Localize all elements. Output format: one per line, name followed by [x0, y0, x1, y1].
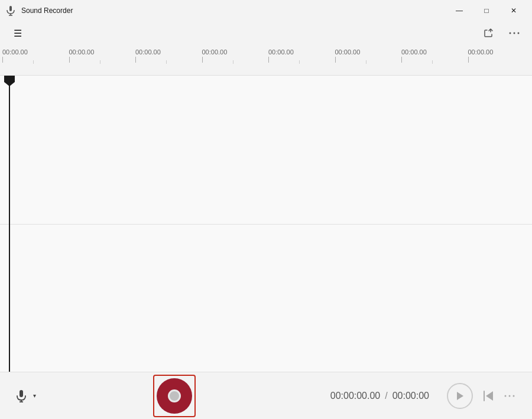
more-button-bottom[interactable]	[499, 385, 520, 407]
svg-point-5	[518, 33, 520, 34]
tick-minor-1	[100, 60, 100, 64]
playhead-handle	[4, 76, 15, 86]
tick-minor-5	[366, 60, 366, 64]
timeline-label-1: 00:00.00	[69, 48, 95, 56]
menu-left: ☰	[7, 22, 28, 44]
svg-rect-6	[20, 390, 23, 397]
tick-major-0	[2, 57, 3, 63]
svg-rect-0	[9, 6, 12, 11]
tick-major-2	[135, 57, 136, 63]
share-icon	[483, 28, 494, 38]
svg-marker-11	[486, 391, 493, 401]
tick-minor-4	[299, 60, 300, 64]
timeline-mark-0: 00:00.00	[0, 48, 67, 63]
timeline-label-6: 00:00.00	[401, 48, 427, 56]
tick-major-3	[202, 57, 203, 63]
window-title: Sound Recorder	[21, 7, 446, 15]
tick-minor-2	[166, 60, 167, 64]
tick-major-6	[401, 57, 402, 63]
record-inner-circle	[168, 389, 181, 402]
record-button-wrap	[157, 378, 192, 414]
hamburger-button[interactable]: ☰	[7, 22, 28, 44]
play-button[interactable]	[447, 383, 473, 409]
main-area: 00:00.00 00:00.00 00:00.00 00:00.00 00:0	[0, 45, 532, 372]
divider-line	[0, 224, 532, 225]
skip-icon	[482, 391, 494, 401]
timeline-label-5: 00:00.00	[335, 48, 361, 56]
waveform-area	[0, 76, 532, 372]
tick-major-5	[335, 57, 336, 63]
tick-major-7	[468, 57, 469, 63]
maximize-button[interactable]: □	[473, 0, 500, 21]
timeline-mark-4: 00:00.00	[266, 48, 333, 63]
svg-point-3	[510, 33, 511, 34]
mic-control[interactable]: ▾	[12, 386, 36, 405]
playhead-line	[9, 76, 10, 372]
share-button[interactable]	[478, 22, 499, 44]
app-icon	[5, 5, 17, 17]
timeline-mark-2: 00:00.00	[133, 48, 200, 63]
svg-marker-9	[457, 392, 463, 400]
tick-major-1	[69, 57, 70, 63]
timeline-label-2: 00:00.00	[135, 48, 161, 56]
timeline-mark-1: 00:00.00	[67, 48, 134, 63]
bottom-controls: ▾ 00:00:00.00 / 00:00:00	[0, 372, 532, 419]
svg-point-14	[513, 395, 515, 397]
svg-point-12	[505, 395, 507, 397]
window-controls: — □ ✕	[446, 0, 527, 21]
timeline-mark-6: 00:00.00	[399, 48, 466, 63]
total-time: 00:00:00	[392, 391, 429, 401]
mic-icon	[12, 386, 31, 405]
timeline-label-4: 00:00.00	[268, 48, 294, 56]
timeline-ruler: 00:00.00 00:00.00 00:00.00 00:00.00 00:0	[0, 45, 532, 76]
more-icon-bottom	[504, 395, 515, 397]
more-button-top[interactable]	[504, 22, 525, 44]
timeline-marks: 00:00.00 00:00.00 00:00.00 00:00.00 00:0	[0, 48, 532, 63]
tick-minor-3	[233, 60, 233, 64]
title-bar: Sound Recorder — □ ✕	[0, 0, 532, 21]
more-icon-top	[509, 32, 520, 34]
time-display: 00:00:00.00 / 00:00:00	[330, 391, 429, 401]
timeline-label-7: 00:00.00	[468, 48, 494, 56]
tick-minor-0	[33, 60, 34, 64]
timeline-label-3: 00:00.00	[202, 48, 228, 56]
svg-point-4	[514, 33, 515, 34]
svg-point-13	[509, 395, 511, 397]
close-button[interactable]: ✕	[500, 0, 527, 21]
play-icon	[456, 391, 464, 401]
minimize-button[interactable]: —	[446, 0, 473, 21]
record-button[interactable]	[157, 378, 192, 414]
tick-minor-6	[432, 60, 433, 64]
timeline-mark-3: 00:00.00	[200, 48, 267, 63]
timeline-label-0: 00:00.00	[2, 48, 28, 56]
timeline-mark-7: 00:00.00	[466, 48, 533, 63]
menu-right	[478, 22, 525, 44]
menu-bar: ☰	[0, 21, 532, 45]
skip-to-start-button[interactable]	[478, 385, 499, 407]
time-separator: /	[385, 391, 387, 401]
current-time: 00:00:00.00	[330, 391, 381, 401]
tick-major-4	[268, 57, 269, 63]
timeline-mark-5: 00:00.00	[333, 48, 400, 63]
